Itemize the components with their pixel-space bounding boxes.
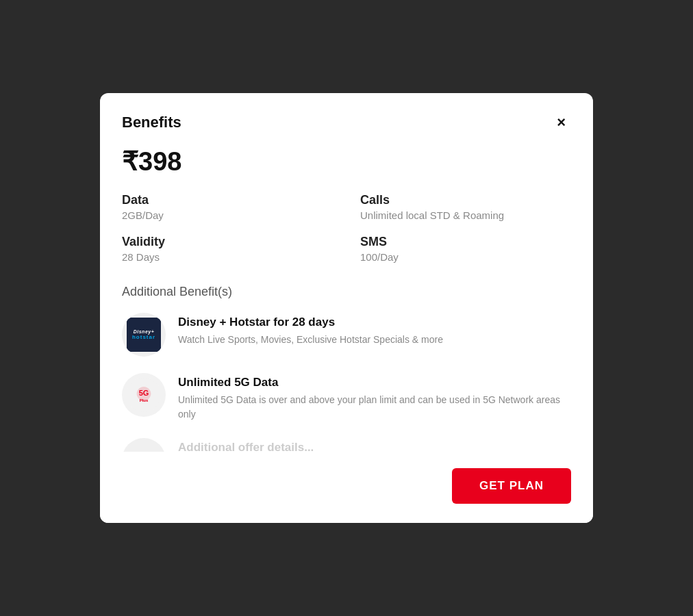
hotstar-content: Disney + Hotstar for 28 days Watch Live … [178,313,571,347]
hotstar-name: Disney + Hotstar for 28 days [178,316,571,329]
benefits-modal: Benefits × ₹398 Data 2GB/Day Calls Unlim… [100,93,593,523]
partial-addon-icon [122,438,166,452]
benefit-validity-label: Validity [122,235,333,249]
5g-name: Unlimited 5G Data [178,376,571,389]
modal-body: ₹398 Data 2GB/Day Calls Unlimited local … [100,144,593,457]
benefit-data-label: Data [122,193,333,207]
5g-icon: 5G Plus [122,373,166,417]
benefit-calls-label: Calls [360,193,571,207]
benefit-validity-value: 28 Days [122,251,333,263]
benefit-sms-label: SMS [360,235,571,249]
modal-title: Benefits [122,114,181,131]
benefit-calls-value: Unlimited local STD & Roaming [360,209,571,221]
airtel-svg-icon: 5G Plus [133,385,155,405]
benefit-sms-value: 100/Day [360,251,571,263]
hotstar-disney-text: Disney+ [134,329,155,334]
get-plan-button[interactable]: GET PLAN [452,468,571,504]
modal-header: Benefits × [100,93,593,144]
benefit-validity: Validity 28 Days [122,235,333,263]
benefits-grid: Data 2GB/Day Calls Unlimited local STD &… [122,193,571,263]
addon-partial: Additional offer details... [122,438,571,452]
partial-addon-name: Additional offer details... [178,441,571,452]
additional-benefits-title: Additional Benefit(s) [122,285,571,299]
benefit-sms: SMS 100/Day [360,235,571,263]
benefit-data: Data 2GB/Day [122,193,333,221]
benefit-calls: Calls Unlimited local STD & Roaming [360,193,571,221]
plan-price: ₹398 [122,146,571,177]
svg-text:5G: 5G [139,389,149,397]
hotstar-icon: Disney+ hotstar [122,313,166,357]
hotstar-brand-text: hotstar [132,334,155,340]
modal-overlay: Benefits × ₹398 Data 2GB/Day Calls Unlim… [0,0,693,616]
addon-5g: 5G Plus Unlimited 5G Data Unlimited 5G D… [122,373,571,422]
svg-text:Plus: Plus [140,398,149,402]
5g-content: Unlimited 5G Data Unlimited 5G Data is o… [178,373,571,422]
benefit-data-value: 2GB/Day [122,209,333,221]
close-button[interactable]: × [551,112,571,133]
hotstar-desc: Watch Live Sports, Movies, Exclusive Hot… [178,333,571,347]
addon-hotstar: Disney+ hotstar Disney + Hotstar for 28 … [122,313,571,357]
5g-desc: Unlimited 5G Data is over and above your… [178,393,571,422]
modal-footer: GET PLAN [100,457,593,523]
